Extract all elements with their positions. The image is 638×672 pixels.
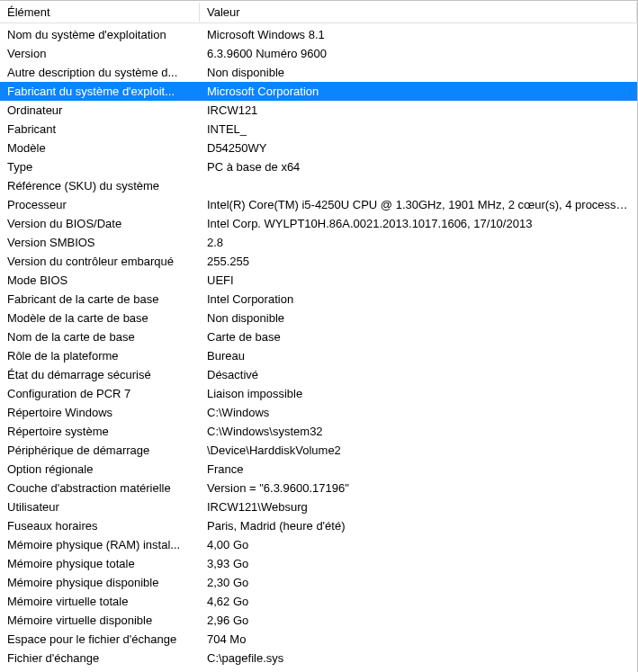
row-value: C:\Windows — [200, 406, 637, 419]
row-value: France — [200, 462, 637, 476]
system-info-panel: Élément Valeur Nom du système d'exploita… — [0, 0, 638, 672]
table-row[interactable]: Référence (SKU) du système — [0, 176, 637, 195]
row-label: Fichier d'échange — [0, 651, 200, 665]
row-label: Mémoire physique (RAM) instal... — [0, 538, 200, 551]
row-label: Mémoire virtuelle totale — [0, 595, 200, 608]
row-label: Répertoire système — [0, 425, 200, 438]
row-value: PC à base de x64 — [200, 160, 637, 174]
table-row[interactable]: Fabricant de la carte de baseIntel Corpo… — [0, 290, 637, 309]
row-value: Microsoft Corporation — [200, 85, 637, 98]
row-label: Périphérique de démarrage — [0, 444, 200, 457]
table-row[interactable]: UtilisateurIRCW121\Websurg — [0, 497, 637, 516]
table-row[interactable]: Mode BIOSUEFI — [0, 271, 637, 290]
row-value: 4,00 Go — [200, 538, 637, 551]
row-label: Version — [0, 47, 200, 60]
row-label: Répertoire Windows — [0, 406, 200, 419]
row-value: 6.3.9600 Numéro 9600 — [200, 47, 637, 60]
row-value: Version = "6.3.9600.17196" — [200, 481, 637, 495]
row-label: Configuration de PCR 7 — [0, 387, 200, 400]
row-value: 255.255 — [200, 255, 637, 268]
row-label: Version du contrôleur embarqué — [0, 255, 200, 268]
row-value: IRCW121\Websurg — [200, 500, 637, 514]
table-row[interactable]: ModèleD54250WY — [0, 139, 637, 157]
row-value: 4,62 Go — [200, 595, 637, 608]
row-label: Rôle de la plateforme — [0, 349, 200, 363]
row-value: Carte de base — [200, 330, 637, 344]
row-value: INTEL_ — [200, 122, 637, 136]
row-label: Fuseaux horaires — [0, 519, 200, 533]
row-label: Autre description du système d... — [0, 66, 200, 79]
row-value: UEFI — [200, 273, 637, 287]
row-label: Modèle — [0, 141, 200, 155]
row-label: Type — [0, 160, 200, 174]
row-value: 2,30 Go — [200, 576, 637, 589]
table-row[interactable]: Option régionaleFrance — [0, 460, 637, 479]
row-value: Désactivé — [200, 368, 637, 381]
row-value: Intel Corporation — [200, 292, 637, 306]
row-value: Bureau — [200, 349, 637, 363]
row-value: 2,96 Go — [200, 614, 637, 627]
row-value: \Device\HarddiskVolume2 — [200, 444, 637, 457]
row-value: C:\pagefile.sys — [200, 651, 637, 665]
row-value: IRCW121 — [200, 103, 637, 117]
row-label: État du démarrage sécurisé — [0, 368, 200, 381]
row-value: Liaison impossible — [200, 387, 637, 400]
table-row[interactable]: Configuration de PCR 7Liaison impossible — [0, 384, 637, 403]
table-row[interactable]: Fabricant du système d'exploit...Microso… — [0, 82, 637, 101]
table-row[interactable]: Mémoire physique disponible2,30 Go — [0, 573, 637, 592]
row-label: Espace pour le fichier d'échange — [0, 632, 200, 646]
header-value[interactable]: Valeur — [200, 3, 637, 22]
row-value: C:\Windows\system32 — [200, 425, 637, 438]
table-row[interactable]: Répertoire WindowsC:\Windows — [0, 403, 637, 422]
row-label: Option régionale — [0, 462, 200, 476]
table-header[interactable]: Élément Valeur — [0, 1, 637, 23]
table-row[interactable]: ProcesseurIntel(R) Core(TM) i5-4250U CPU… — [0, 195, 637, 214]
row-value: Intel Corp. WYLPT10H.86A.0021.2013.1017.… — [200, 217, 637, 230]
table-row[interactable]: Version du contrôleur embarqué255.255 — [0, 252, 637, 271]
table-row[interactable]: Modèle de la carte de baseNon disponible — [0, 309, 637, 327]
table-row[interactable]: Mémoire virtuelle disponible2,96 Go — [0, 611, 637, 630]
header-element[interactable]: Élément — [0, 3, 200, 22]
table-row[interactable]: État du démarrage sécuriséDésactivé — [0, 365, 637, 384]
table-row[interactable]: Répertoire systèmeC:\Windows\system32 — [0, 422, 637, 441]
table-row[interactable]: Rôle de la plateformeBureau — [0, 346, 637, 365]
table-row[interactable]: Version6.3.9600 Numéro 9600 — [0, 44, 637, 63]
row-value: Microsoft Windows 8.1 — [200, 28, 637, 41]
table-row[interactable]: Nom de la carte de baseCarte de base — [0, 327, 637, 346]
table-row[interactable]: Mémoire virtuelle totale4,62 Go — [0, 592, 637, 611]
row-label: Nom de la carte de base — [0, 330, 200, 344]
row-label: Modèle de la carte de base — [0, 311, 200, 325]
row-value: Paris, Madrid (heure d'été) — [200, 519, 637, 533]
table-row[interactable]: Fichier d'échangeC:\pagefile.sys — [0, 649, 637, 668]
row-value: 2.8 — [200, 236, 637, 249]
row-label: Fabricant — [0, 122, 200, 136]
table-row[interactable]: Mémoire physique totale3,93 Go — [0, 554, 637, 573]
row-label: Version SMBIOS — [0, 236, 200, 249]
row-value: 704 Mo — [200, 632, 637, 646]
row-value: 3,93 Go — [200, 557, 637, 570]
row-label: Couche d'abstraction matérielle — [0, 481, 200, 495]
row-value: Non disponible — [200, 66, 637, 79]
row-label: Fabricant de la carte de base — [0, 292, 200, 306]
row-label: Référence (SKU) du système — [0, 179, 200, 193]
row-label: Ordinateur — [0, 103, 200, 117]
table-row[interactable]: Périphérique de démarrage\Device\Harddis… — [0, 441, 637, 460]
table-row[interactable]: TypePC à base de x64 — [0, 157, 637, 176]
row-label: Version du BIOS/Date — [0, 217, 200, 230]
row-value: Intel(R) Core(TM) i5-4250U CPU @ 1.30GHz… — [200, 198, 637, 211]
row-value: D54250WY — [200, 141, 637, 155]
table-row[interactable]: Version SMBIOS2.8 — [0, 233, 637, 252]
table-row[interactable]: Espace pour le fichier d'échange704 Mo — [0, 630, 637, 649]
row-label: Mémoire virtuelle disponible — [0, 614, 200, 627]
table-row[interactable]: Fuseaux horairesParis, Madrid (heure d'é… — [0, 516, 637, 535]
table-row[interactable]: Couche d'abstraction matérielleVersion =… — [0, 479, 637, 497]
table-row[interactable]: FabricantINTEL_ — [0, 120, 637, 139]
row-label: Utilisateur — [0, 500, 200, 514]
table-body: Nom du système d'exploitationMicrosoft W… — [0, 23, 637, 668]
table-row[interactable]: Version du BIOS/DateIntel Corp. WYLPT10H… — [0, 214, 637, 233]
row-label: Nom du système d'exploitation — [0, 28, 200, 41]
table-row[interactable]: Autre description du système d...Non dis… — [0, 63, 637, 82]
table-row[interactable]: Mémoire physique (RAM) instal...4,00 Go — [0, 535, 637, 554]
table-row[interactable]: OrdinateurIRCW121 — [0, 101, 637, 120]
table-row[interactable]: Nom du système d'exploitationMicrosoft W… — [0, 25, 637, 44]
